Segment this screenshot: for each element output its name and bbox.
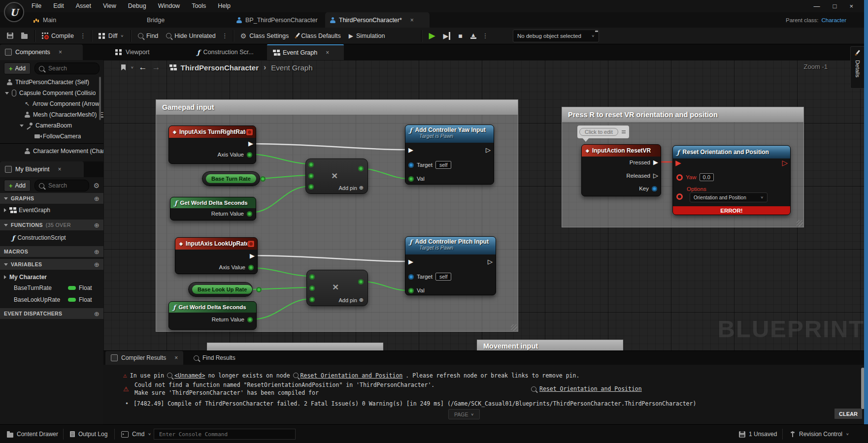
menu-window[interactable]: Window xyxy=(152,0,186,12)
error-pin-icon[interactable] xyxy=(676,193,683,200)
tab-my-blueprint[interactable]: My Blueprint × xyxy=(0,161,84,177)
add-component-button[interactable]: + Add xyxy=(4,63,31,74)
exec-out-pin[interactable]: ▶ xyxy=(248,140,253,147)
node-get-world-delta-seconds[interactable]: ƒ Get World Delta Seconds Return Value xyxy=(168,301,257,330)
exec-in-pin[interactable]: ▶ xyxy=(408,258,413,265)
close-icon[interactable]: × xyxy=(174,354,178,361)
target-pin[interactable]: Target self xyxy=(408,273,451,281)
add-variable-icon[interactable]: ⊕ xyxy=(94,261,100,268)
add-graph-icon[interactable]: ⊕ xyxy=(94,195,100,202)
node-add-controller-pitch-input[interactable]: ƒ Add Controller Pitch Input Target is P… xyxy=(405,236,496,295)
section-event-dispatchers[interactable]: EVENT DISPATCHERS ⊕ xyxy=(0,308,103,319)
close-icon[interactable]: × xyxy=(58,166,61,173)
save-button[interactable] xyxy=(3,28,17,44)
input-pin-icon[interactable] xyxy=(309,274,315,280)
class-settings-button[interactable]: ⚙ Class Settings xyxy=(236,28,293,44)
expander-icon[interactable] xyxy=(4,208,6,212)
axis-value-pin[interactable]: Axis Value xyxy=(219,264,254,270)
pin-link[interactable]: <Unnamed> xyxy=(167,372,205,379)
unsaved-button[interactable]: 1 Unsaved xyxy=(735,427,781,441)
tab-bp-thirdpersoncharacter[interactable]: BP_ThirdPersonCharacter xyxy=(232,12,323,28)
target-pin[interactable]: Target self xyxy=(408,161,451,169)
exec-out-pin[interactable]: ▷ xyxy=(782,159,788,166)
tab-bridge[interactable]: Bridge xyxy=(142,12,169,28)
diff-button[interactable]: Diff ∨ xyxy=(95,28,128,44)
section-macros[interactable]: MACROS ⊕ xyxy=(0,246,103,257)
add-dispatcher-icon[interactable]: ⊕ xyxy=(94,310,100,317)
key-pin[interactable]: Key xyxy=(639,186,657,191)
compile-options-icon[interactable]: ⋮ xyxy=(78,32,88,39)
node-inputaction-resetvr[interactable]: ◆ InputAction ResetVR Pressed ▶ Released… xyxy=(581,144,661,196)
add-pin-button[interactable]: Add pin ⊕ xyxy=(338,185,364,191)
class-defaults-button[interactable]: Class Defaults xyxy=(293,28,345,44)
exec-out-pin[interactable]: ▶ xyxy=(250,253,255,259)
node-get-base-look-up-rate[interactable]: Base Look Up Rate xyxy=(188,282,253,297)
node-inputaxis-lookuprate[interactable]: ◆ InputAxis LookUpRate ▶ Axis Value xyxy=(175,237,258,274)
play-options-icon[interactable]: ⋮ xyxy=(480,32,491,39)
menu-view[interactable]: View xyxy=(97,0,122,12)
expander-icon[interactable] xyxy=(4,275,6,279)
node-link[interactable]: Reset Orientation and Position xyxy=(293,372,403,379)
node-get-world-delta-seconds[interactable]: ƒ Get World Delta Seconds Return Value xyxy=(170,197,256,221)
parent-class-link[interactable]: Character xyxy=(822,17,847,23)
close-icon[interactable]: × xyxy=(59,49,62,56)
add-function-icon[interactable]: ⊕ xyxy=(94,222,100,229)
input-pin-icon[interactable] xyxy=(308,162,314,167)
maximize-button[interactable]: □ xyxy=(833,2,837,10)
close-icon[interactable]: × xyxy=(326,49,329,56)
stop-button[interactable]: ■ xyxy=(454,28,466,44)
tab-compiler-results[interactable]: Compiler Results × xyxy=(105,351,183,365)
output-pin-icon[interactable] xyxy=(358,279,364,285)
yaw-pin[interactable]: Yaw 0.0 xyxy=(676,173,714,181)
myblueprint-search-input[interactable] xyxy=(47,182,85,190)
return-value-pin[interactable]: Return Value xyxy=(212,316,253,322)
exec-out-pin[interactable]: ▷ xyxy=(486,147,491,153)
hide-unrelated-button[interactable]: Hide Unrelated xyxy=(162,28,219,44)
output-pin-icon[interactable] xyxy=(358,166,364,171)
float-pin-icon[interactable] xyxy=(260,176,266,182)
input-pin-icon[interactable] xyxy=(309,285,315,291)
section-graphs[interactable]: GRAPHS ⊕ xyxy=(0,193,103,204)
console-command-input[interactable] xyxy=(158,431,291,438)
myblueprint-search[interactable] xyxy=(34,180,89,191)
tab-event-graph[interactable]: Event Graph × xyxy=(267,44,344,60)
add-blueprint-item-button[interactable]: + Add xyxy=(4,180,31,191)
pressed-pin[interactable]: Pressed ▶ xyxy=(630,159,658,165)
tab-construction-script[interactable]: ƒ Construction Scr... xyxy=(191,44,260,60)
input-pin-icon[interactable] xyxy=(308,184,314,190)
menu-help[interactable]: Help xyxy=(212,0,236,12)
menu-file[interactable]: File xyxy=(26,0,47,12)
node-multiply[interactable]: × Add pin ⊕ xyxy=(306,270,368,306)
clear-button[interactable]: CLEAR xyxy=(834,408,863,419)
content-drawer-button[interactable]: Content Drawer xyxy=(3,427,62,441)
settings-gear-icon[interactable]: ⚙ xyxy=(93,182,100,190)
hide-unrelated-options-icon[interactable]: ⋮ xyxy=(220,32,230,39)
output-log-button[interactable]: Output Log xyxy=(66,427,111,441)
input-event-badge[interactable] xyxy=(247,240,255,248)
component-row-self[interactable]: ThirdPersonCharacter (Self) xyxy=(0,77,110,88)
tab-viewport[interactable]: Viewport xyxy=(109,44,155,60)
components-scrollbar[interactable] xyxy=(99,77,101,120)
menu-asset[interactable]: Asset xyxy=(70,0,97,12)
tab-main[interactable]: Main xyxy=(29,12,61,28)
menu-edit[interactable]: Edit xyxy=(47,0,70,12)
minimize-button[interactable]: — xyxy=(814,2,820,10)
section-variables[interactable]: VARIABLES ⊕ xyxy=(0,259,103,270)
console-command-box[interactable] xyxy=(154,429,296,440)
exec-out-pin[interactable]: ▷ xyxy=(488,258,493,265)
tab-components[interactable]: Components × xyxy=(0,44,83,60)
add-pin-button[interactable]: Add pin ⊕ xyxy=(338,297,364,303)
tab-find-results[interactable]: Find Results xyxy=(188,351,241,365)
close-button[interactable]: × xyxy=(849,2,853,10)
play-button[interactable]: ▶ xyxy=(425,28,439,44)
row-constructionscript[interactable]: ƒ ConstructionScript xyxy=(0,232,115,243)
options-dropdown[interactable]: Orientation and Position ∨ xyxy=(690,192,768,202)
expander-icon[interactable] xyxy=(5,92,9,95)
val-pin[interactable]: Val xyxy=(408,176,425,182)
event-graph-canvas[interactable]: Gamepad input Press R to reset VR orient… xyxy=(103,60,868,350)
comment-bubble[interactable]: Click to edit xyxy=(577,126,629,138)
expander-icon[interactable] xyxy=(20,125,24,127)
node-get-base-turn-rate[interactable]: Base Turn Rate xyxy=(202,171,260,186)
bubble-pin-icon[interactable] xyxy=(620,127,627,137)
row-eventgraph[interactable]: EventGraph xyxy=(0,205,107,216)
